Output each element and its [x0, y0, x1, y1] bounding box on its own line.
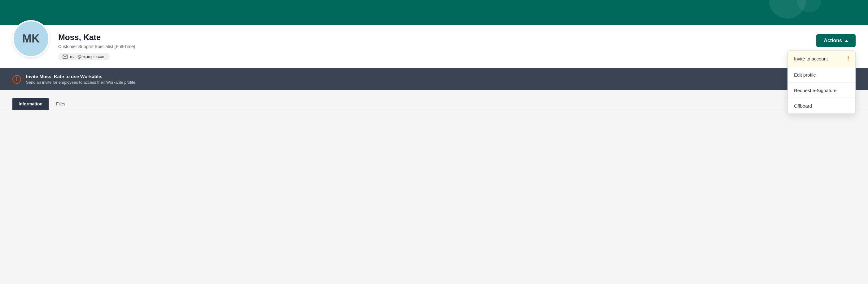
profile-name: Moss, Kate — [58, 33, 856, 42]
actions-label: Actions — [824, 38, 842, 44]
avatar-initials: MK — [22, 32, 40, 45]
svg-rect-0 — [63, 55, 67, 58]
dropdown-item-esignature[interactable]: Request e-Signature — [788, 83, 855, 98]
notification-banner: ! Invite Moss, Kate to use Workable. Sen… — [0, 68, 868, 90]
dropdown-item-offboard-label: Offboard — [794, 103, 812, 109]
email-icon — [63, 55, 67, 59]
tabs-row: Information Files — [12, 98, 856, 110]
header-banner — [0, 0, 868, 25]
dropdown-item-edit[interactable]: Edit profile — [788, 67, 855, 83]
notification-text: Invite Moss, Kate to use Workable. Send … — [26, 74, 136, 85]
dropdown-item-esignature-label: Request e-Signature — [794, 88, 837, 93]
tab-files[interactable]: Files — [50, 98, 71, 110]
dropdown-item-edit-label: Edit profile — [794, 72, 816, 78]
avatar-wrapper: MK — [12, 20, 50, 57]
notification-subtitle: Send an invite for employees to access t… — [26, 80, 136, 85]
email-badge: mail@example.com — [58, 53, 110, 60]
dropdown-menu: Invite to account ! Edit profile Request… — [787, 50, 856, 114]
profile-title: Customer Support Specialist (Full-Time) — [58, 44, 856, 49]
tab-information[interactable]: Information — [12, 98, 49, 110]
actions-button[interactable]: Actions — [816, 34, 856, 47]
dropdown-item-invite[interactable]: Invite to account ! — [788, 51, 855, 67]
warning-icon: ! — [12, 75, 21, 84]
chevron-up-icon — [845, 40, 848, 42]
dropdown-item-invite-label: Invite to account — [794, 56, 828, 61]
profile-info: Moss, Kate Customer Support Specialist (… — [58, 33, 856, 60]
email-text: mail@example.com — [70, 54, 105, 59]
profile-section: MK Moss, Kate Customer Support Specialis… — [0, 25, 868, 68]
dropdown-item-offboard[interactable]: Offboard — [788, 98, 855, 113]
avatar: MK — [12, 20, 50, 57]
exclamation-icon: ! — [847, 56, 849, 62]
tabs-section: Information Files — [0, 90, 868, 110]
notification-title: Invite Moss, Kate to use Workable. — [26, 74, 136, 79]
